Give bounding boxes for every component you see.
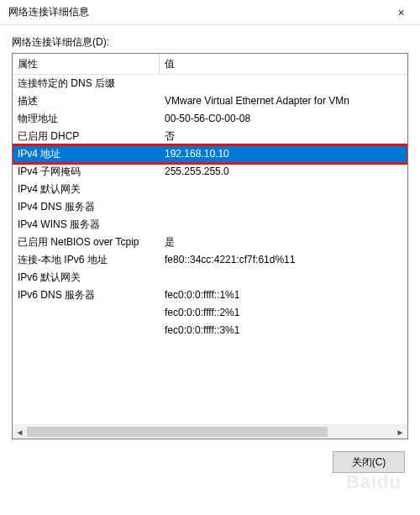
list-row[interactable]: IPv4 子网掩码255.255.255.0 [13, 163, 407, 181]
window-close-button[interactable]: × [382, 0, 420, 25]
cell-property: IPv4 默认网关 [13, 181, 160, 198]
cell-value [160, 269, 407, 286]
cell-property: 物理地址 [13, 110, 160, 128]
cell-property: 已启用 NetBIOS over Tcpip [13, 234, 160, 251]
list-row[interactable]: 描述VMware Virtual Ethernet Adapter for VM… [13, 92, 407, 110]
cell-value: fec0:0:0:ffff::1%1 [160, 286, 407, 304]
list-header: 属性 值 [13, 54, 407, 75]
scroll-right-icon[interactable]: ► [393, 425, 407, 439]
list-row[interactable]: 物理地址00-50-56-C0-00-08 [13, 110, 407, 128]
cell-value: fe80::34cc:4221:cf7f:61d%11 [160, 251, 407, 269]
list-row[interactable]: IPv6 默认网关 [13, 269, 407, 286]
close-button[interactable]: 关闭(C) [333, 451, 405, 473]
details-listbox: 属性 值 连接特定的 DNS 后缀描述VMware Virtual Ethern… [12, 53, 408, 439]
cell-property: IPv4 地址 [13, 145, 160, 163]
list-row[interactable]: 已启用 DHCP否 [13, 128, 407, 145]
list-row[interactable]: fec0:0:0:ffff::2%1 [13, 304, 407, 322]
header-value[interactable]: 值 [160, 54, 407, 74]
cell-property: 连接特定的 DNS 后缀 [13, 75, 160, 92]
cell-value: 否 [160, 128, 407, 145]
horizontal-scrollbar[interactable]: ◄ ► [13, 424, 407, 439]
list-row[interactable]: IPv4 地址192.168.10.10 [13, 145, 407, 163]
cell-property: IPv6 DNS 服务器 [13, 286, 160, 304]
header-property[interactable]: 属性 [13, 54, 160, 74]
list-row[interactable]: fec0:0:0:ffff::3%1 [13, 322, 407, 339]
close-icon: × [397, 6, 404, 19]
list-row[interactable]: 连接-本地 IPv6 地址fe80::34cc:4221:cf7f:61d%11 [13, 251, 407, 269]
list-row[interactable]: 连接特定的 DNS 后缀 [13, 75, 407, 92]
cell-property: IPv4 DNS 服务器 [13, 198, 160, 216]
cell-value [160, 181, 407, 198]
list-row[interactable]: IPv6 DNS 服务器fec0:0:0:ffff::1%1 [13, 286, 407, 304]
cell-value: 00-50-56-C0-00-08 [160, 110, 407, 128]
cell-property: IPv4 子网掩码 [13, 163, 160, 181]
window-title: 网络连接详细信息 [8, 5, 382, 19]
cell-value [160, 198, 407, 216]
cell-value: fec0:0:0:ffff::3%1 [160, 322, 407, 339]
scroll-left-icon[interactable]: ◄ [13, 425, 27, 439]
cell-value: 255.255.255.0 [160, 163, 407, 181]
scroll-track[interactable] [27, 425, 393, 439]
list-rows: 连接特定的 DNS 后缀描述VMware Virtual Ethernet Ad… [13, 75, 407, 424]
cell-value: fec0:0:0:ffff::2%1 [160, 304, 407, 322]
cell-property: 描述 [13, 92, 160, 110]
button-row: 关闭(C) [12, 439, 408, 473]
list-row[interactable]: IPv4 WINS 服务器 [13, 216, 407, 234]
list-row[interactable]: IPv4 默认网关 [13, 181, 407, 198]
cell-property: 已启用 DHCP [13, 128, 160, 145]
dialog-content: 网络连接详细信息(D): 属性 值 连接特定的 DNS 后缀描述VMware V… [0, 25, 420, 515]
section-label: 网络连接详细信息(D): [12, 35, 408, 50]
cell-value: VMware Virtual Ethernet Adapter for VMn [160, 92, 407, 110]
cell-value [160, 216, 407, 234]
cell-value: 是 [160, 234, 407, 251]
cell-property: 连接-本地 IPv6 地址 [13, 251, 160, 269]
cell-value [160, 75, 407, 92]
cell-property: IPv4 WINS 服务器 [13, 216, 160, 234]
list-row[interactable]: IPv4 DNS 服务器 [13, 198, 407, 216]
cell-value: 192.168.10.10 [160, 145, 407, 163]
cell-property: IPv6 默认网关 [13, 269, 160, 286]
scroll-thumb[interactable] [27, 427, 328, 437]
list-row[interactable]: 已启用 NetBIOS over Tcpip是 [13, 234, 407, 251]
title-bar: 网络连接详细信息 × [0, 0, 420, 25]
